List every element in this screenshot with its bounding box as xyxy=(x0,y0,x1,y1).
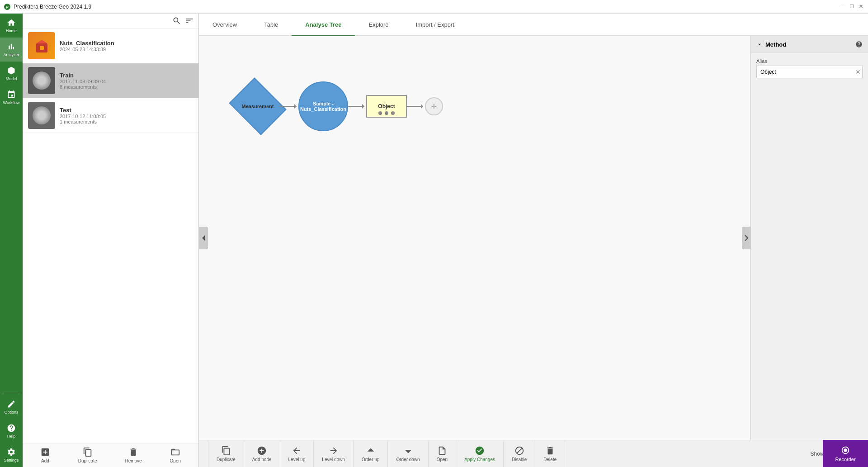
tab-table[interactable]: Table xyxy=(250,14,292,36)
nav-label-settings: Settings xyxy=(4,458,19,462)
apply-changes-label: Apply Changes xyxy=(464,457,495,462)
toolbar-open-button[interactable]: Open xyxy=(429,440,456,467)
nav-item-model[interactable]: Model xyxy=(0,62,23,86)
plus-label: + xyxy=(431,100,437,112)
chevron-down-icon xyxy=(756,41,763,48)
recorder-button[interactable]: Recorder xyxy=(823,440,868,467)
item-date: 2017-11-08 09:39:04 xyxy=(60,79,106,84)
duplicate-button[interactable]: Duplicate xyxy=(78,447,97,463)
object-label: Object xyxy=(378,103,395,110)
recorder-label: Recorder xyxy=(835,457,855,462)
arrow-connector xyxy=(280,106,298,107)
level-down-label: Level down xyxy=(322,457,345,462)
tab-explore[interactable]: Explore xyxy=(355,14,402,36)
item-info: Test 2017-10-12 11:03:05 1 measurements xyxy=(60,107,106,124)
nav-item-workflow[interactable]: Workflow xyxy=(0,86,23,110)
gear-icon xyxy=(7,448,16,457)
sample-node[interactable]: Sample -Nuts_Classification xyxy=(298,81,348,131)
item-thumbnail xyxy=(28,67,55,94)
list-item[interactable]: Test 2017-10-12 11:03:05 1 measurements xyxy=(23,98,198,133)
object-node[interactable]: Object xyxy=(366,95,407,118)
svg-marker-3 xyxy=(36,40,47,43)
nav-item-help[interactable]: Help xyxy=(0,419,23,443)
add-label: Add xyxy=(41,458,49,463)
toolbar-apply-changes-button[interactable]: Apply Changes xyxy=(456,440,504,467)
box-icon xyxy=(34,38,50,54)
maximize-button[interactable]: ☐ xyxy=(848,3,855,10)
item-date: 2017-10-12 11:03:05 xyxy=(60,114,106,119)
nav-item-analyzer[interactable]: Analyzer xyxy=(0,38,23,62)
nav-item-home[interactable]: Home xyxy=(0,14,23,38)
toolbar-delete-button[interactable]: Delete xyxy=(535,440,565,467)
remove-label: Remove xyxy=(125,458,142,463)
toolbar-duplicate-button[interactable]: Duplicate xyxy=(208,440,244,467)
duplicate-label: Duplicate xyxy=(78,458,97,463)
collapse-right-button[interactable] xyxy=(742,227,751,249)
alias-input[interactable]: Object xyxy=(756,66,863,78)
nav-item-options[interactable]: Options xyxy=(0,395,23,419)
sort-icon[interactable] xyxy=(185,16,194,25)
pencil-icon xyxy=(7,400,16,409)
nav-label-model: Model xyxy=(6,76,17,81)
tab-overview[interactable]: Overview xyxy=(199,14,250,36)
open-toolbar-label: Open xyxy=(437,457,448,462)
item-info: Nuts_Classification 2024-05-28 14:33:39 xyxy=(60,40,114,52)
search-icon[interactable] xyxy=(172,16,181,25)
toolbar-level-up-button[interactable]: Level up xyxy=(280,440,314,467)
titlebar-controls[interactable]: ─ ☐ ✕ xyxy=(839,3,864,10)
item-name: Train xyxy=(60,72,106,79)
order-up-icon xyxy=(366,446,376,456)
item-info: Train 2017-11-08 09:39:04 8 measurements xyxy=(60,72,106,90)
help-circle-icon[interactable] xyxy=(855,41,863,48)
order-up-label: Order up xyxy=(362,457,379,462)
alias-label: Alias xyxy=(756,58,863,64)
list-item[interactable]: Nuts_Classification 2024-05-28 14:33:39 xyxy=(23,29,198,63)
nav-label-help: Help xyxy=(7,434,16,438)
item-name: Nuts_Classification xyxy=(60,40,114,47)
recorder-icon xyxy=(840,445,850,455)
project-panel: Nuts_Classification 2024-05-28 14:33:39 … xyxy=(23,14,199,467)
right-panel-title: Method xyxy=(756,41,786,48)
measurement-node[interactable]: Measurement xyxy=(235,88,280,124)
add-node-icon xyxy=(257,446,267,456)
tab-import-export[interactable]: Import / Export xyxy=(402,14,468,36)
list-item[interactable]: Train 2017-11-08 09:39:04 8 measurements xyxy=(23,63,198,98)
toolbar-add-node-button[interactable]: Add node xyxy=(244,440,280,467)
right-panel: Method Alias Object ✕ xyxy=(750,36,868,440)
nav-divider xyxy=(2,393,20,393)
open-button[interactable]: Open xyxy=(170,447,181,463)
toolbar-disable-button[interactable]: Disable xyxy=(504,440,535,467)
minimize-button[interactable]: ─ xyxy=(839,3,846,10)
duplicate-toolbar-icon xyxy=(221,446,231,456)
open-label: Open xyxy=(170,458,181,463)
app-icon: P xyxy=(4,3,11,10)
duplicate-toolbar-label: Duplicate xyxy=(217,457,236,462)
panel-bottom-toolbar: Add Duplicate Remove Open xyxy=(23,443,198,467)
collapse-left-button[interactable] xyxy=(199,227,208,249)
toolbar-order-up-button[interactable]: Order up xyxy=(354,440,388,467)
folder-icon xyxy=(170,447,180,457)
rect-dots xyxy=(378,111,395,115)
alias-value: Object xyxy=(760,69,776,75)
toolbar-level-down-button[interactable]: Level down xyxy=(314,440,354,467)
nav-item-settings[interactable]: Settings xyxy=(0,443,23,467)
apply-changes-icon xyxy=(475,446,485,456)
add-button[interactable]: Add xyxy=(40,447,50,463)
remove-button[interactable]: Remove xyxy=(125,447,142,463)
order-down-icon xyxy=(403,446,413,456)
dot xyxy=(385,111,388,115)
item-thumbnail xyxy=(28,32,55,59)
add-node-button[interactable]: + xyxy=(425,97,443,115)
panel-toolbar xyxy=(23,14,198,29)
svg-rect-4 xyxy=(40,46,44,50)
nav-label-home: Home xyxy=(6,29,17,33)
clear-icon[interactable]: ✕ xyxy=(855,68,861,76)
tab-analyse-tree[interactable]: Analyse Tree xyxy=(292,14,355,36)
toolbar-order-down-button[interactable]: Order down xyxy=(388,440,428,467)
close-button[interactable]: ✕ xyxy=(857,3,864,10)
dot xyxy=(378,111,382,115)
item-thumbnail xyxy=(28,102,55,129)
right-panel-header: Method xyxy=(751,36,868,53)
add-node-toolbar-label: Add node xyxy=(252,457,272,462)
model-icon xyxy=(7,66,16,75)
